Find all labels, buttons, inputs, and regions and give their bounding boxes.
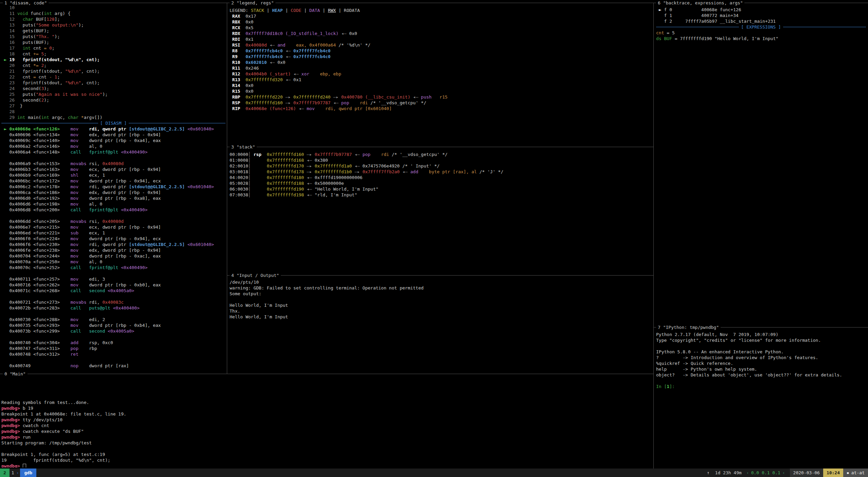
terminal-line: 0x400740 <func+304> add rsp, 0xc0 [1, 340, 225, 346]
expressions-section-header: [ EXPRESSIONS ] [656, 24, 866, 30]
tmux-status-bar: 2 1 › gdb ↑ 1d 23h 49m ‹ 0.0 0.1 0.1 ‹ 2… [0, 469, 868, 477]
expressions-listing: cnt = 5ds BUF = 7fffffffd190 "Hello Worl… [656, 30, 866, 41]
load-average: 0.0 0.1 0.1 [751, 470, 780, 475]
terminal-line: ► 19 fprintf(stdout, "%d\n", cnt); [1, 57, 225, 63]
terminal-line: cnt = 5 [656, 30, 866, 36]
terminal-line: 0x400711 <func+257> mov edi, 3 [1, 276, 225, 282]
terminal-line: RAX 0x17 [230, 13, 652, 19]
pane-disasm-code[interactable]: 10 11 void func(int arg) { 12 char BUF[1… [1, 5, 225, 372]
pane-divider-vertical-left[interactable] [227, 3, 227, 374]
terminal-line: pwndbg> run [1, 434, 652, 440]
terminal-line: 0x4006b3 <func+163> mov ecx, dword ptr [… [1, 166, 225, 172]
terminal-line: Thx. [230, 308, 652, 314]
terminal-line: pwndbg> tty /dev/pts/10 [1, 417, 652, 423]
terminal-line: 0x4006f6 <func+230> mov rdi, qword ptr [… [1, 242, 225, 247]
terminal-line: Starting program: /tmp/pwndbg/test [1, 440, 652, 446]
uptime-icon: ↑ [704, 470, 712, 475]
terminal-line: 29 int main(int argc, char *argv[]) [1, 114, 225, 120]
terminal-line: 0x40073b <func+299> call second <0x4005a… [1, 328, 225, 334]
program-io-listing: /dev/pts/10warning: GDB: Failed to set c… [230, 279, 652, 320]
terminal-line: 0x400735 <func+293> mov dword ptr [rbp -… [1, 322, 225, 328]
terminal-line: 0x4006fe <func+238> mov edx, dword ptr [… [1, 247, 225, 253]
pane-title-legend-regs: 2 "legend, regs" [230, 0, 275, 5]
terminal-line: 0x4006ca <func+186> mov edx, dword ptr [… [1, 190, 225, 195]
pane-title-stack: 3 "stack" [230, 144, 257, 149]
terminal-line: 0x400748 <func+312> ret [1, 351, 225, 357]
terminal-line: 27 } [1, 103, 225, 109]
terminal-line: R15 0x0 [230, 88, 652, 94]
terminal-line: 0x4006d8 <func+200> call fprintf@plt <0x… [1, 207, 225, 213]
pane-ipython[interactable]: Python 2.7.17 (default, Nov 7 2019, 10:0… [656, 332, 866, 467]
terminal-line: Breakpoint 1, func (arg=5) at test.c:19 [1, 452, 652, 457]
terminal-line: object? -> Details about 'object', use '… [656, 372, 866, 378]
session-badge[interactable]: 2 [0, 469, 10, 477]
terminal-line: 0x40069c <func+140> mov dword ptr [rbp -… [1, 138, 225, 143]
pane-title-ipython: 7 "IPython: tmp/pwndbg" [656, 325, 721, 330]
stack-listing: 00:0000│ rsp 0x7fffffffd160 —▸ 0x7ffff7b… [230, 152, 652, 198]
window-index[interactable]: 1 [10, 470, 16, 475]
terminal-line: R9 0x7ffff7fcb4c0 ◂— 0x7ffff7fcb4c0 [230, 54, 652, 59]
terminal-line: 0x400747 <func+311> pop rbp [1, 346, 225, 351]
terminal-line: 13 puts("Some output:\n"); [1, 22, 225, 28]
terminal-line [1, 376, 652, 382]
terminal-line: R11 0x246 [230, 65, 652, 71]
terminal-line: 0x4006f0 <func+224> mov dword ptr [rbp -… [1, 236, 225, 242]
terminal-line [1, 382, 652, 388]
pane-stack[interactable]: 00:0000│ rsp 0x7fffffffd160 —▸ 0x7ffff7b… [230, 152, 652, 274]
terminal-line: 19 fprintf(stdout, "%d\n", cnt); [1, 457, 652, 463]
terminal-line: 28 [1, 109, 225, 114]
expressions-section-label: [ EXPRESSIONS ] [739, 24, 783, 30]
terminal-line: Some output: [230, 291, 652, 297]
source-listing: 10 11 void func(int arg) { 12 char BUF[1… [1, 5, 225, 120]
terminal-line: LEGEND: STACK | HEAP | CODE | DATA | RWX… [230, 7, 652, 13]
pane-divider-stack[interactable] [227, 147, 653, 147]
terminal-line: ? -> Introduction and overview of IPytho… [656, 355, 866, 360]
pane-legend-regs[interactable]: LEGEND: STACK | HEAP | CODE | DATA | RWX… [230, 7, 652, 145]
time-display: 10:24 [823, 469, 843, 477]
tmux-pwndbg-screen: 1 "disasm, code" 2 "legend, regs" 6 "bac… [0, 0, 868, 477]
host-icon: ▪ [847, 470, 849, 475]
pane-divider-io[interactable] [227, 275, 653, 276]
terminal-line: warning: GDB: Failed to set controlling … [230, 285, 652, 291]
terminal-line: 14 gets(BUF); [1, 28, 225, 34]
pane-divider-vertical-right[interactable] [653, 3, 654, 469]
terminal-line: 0x400704 <func+244> mov dword ptr [rbp -… [1, 253, 225, 259]
pane-main-gdb[interactable]: Reading symbols from test...done.pwndbg>… [1, 376, 652, 467]
pane-divider-main[interactable] [0, 374, 653, 374]
terminal-line: 0x400730 <func+288> mov edi, 2 [1, 317, 225, 322]
terminal-line: RDX 0x7ffff7dd18c0 (_IO_stdfile_1_lock) … [230, 31, 652, 36]
terminal-line: 21 fprintf(stdout, "%d\n", cnt); [1, 68, 225, 74]
terminal-line: RCX 0x5 [230, 25, 652, 31]
terminal-line [1, 294, 225, 299]
terminal-line: 12 char BUF[128]; [1, 16, 225, 22]
terminal-line: 0x4006d0 <func+192> mov dword ptr [rbp -… [1, 195, 225, 201]
pane-backtrace[interactable]: ► f 0 40068e func+126 f 1 400772 main+34… [656, 7, 866, 325]
terminal-line: 05:0028│ 0x7fffffffd188 ◂— 0x50000000e [230, 180, 652, 186]
terminal-line: %quickref -> Quick reference. [656, 360, 866, 366]
terminal-line: 10 [1, 5, 225, 11]
terminal-line: 06:0030│ 0x7fffffffd190 ◂— "Hello World,… [230, 186, 652, 192]
backtrace-listing: ► f 0 40068e func+126 f 1 400772 main+34… [656, 7, 866, 24]
terminal-line [1, 155, 225, 161]
registers-listing: LEGEND: STACK | HEAP | CODE | DATA | RWX… [230, 7, 652, 111]
window-tab-gdb[interactable]: gdb [20, 469, 36, 477]
terminal-line: In [1]: [656, 384, 866, 389]
terminal-line [1, 394, 652, 400]
terminal-line: RDI 0x1 [230, 36, 652, 42]
terminal-line: 0x40070a <func+250> mov al, 0 [1, 259, 225, 265]
terminal-line [656, 378, 866, 384]
pane-title-backtrace: 6 "backtrace, expressions, args" [656, 0, 744, 5]
pane-io[interactable]: /dev/pts/10warning: GDB: Failed to set c… [230, 279, 652, 372]
terminal-line: pwndbg> cwatch execute "ds BUF" [1, 428, 652, 434]
terminal-line: Python 2.7.17 (default, Nov 7 2019, 10:0… [656, 332, 866, 337]
terminal-line: 02:0010│ 0x7fffffffd170 —▸ 0x7fffffffd1a… [230, 163, 652, 169]
status-right: ↑ 1d 23h 49m ‹ 0.0 0.1 0.1 ‹ 2020-03-06 … [704, 469, 868, 477]
terminal-line: 0x40072b <func+283> call puts@plt <0x400… [1, 305, 225, 311]
terminal-line [1, 357, 225, 363]
disasm-section-label: [ DISASM ] [98, 121, 129, 126]
terminal-line: 01:0008│ 0x7fffffffd168 ◂— 0x380 [230, 157, 652, 163]
status-left: 2 1 › gdb [0, 469, 36, 477]
terminal-line: 16 puts(BUF); [1, 39, 225, 45]
terminal-line: ds BUF = 7fffffffd190 "Hello World, I'm … [656, 36, 866, 41]
terminal-line: R14 0x0 [230, 83, 652, 88]
